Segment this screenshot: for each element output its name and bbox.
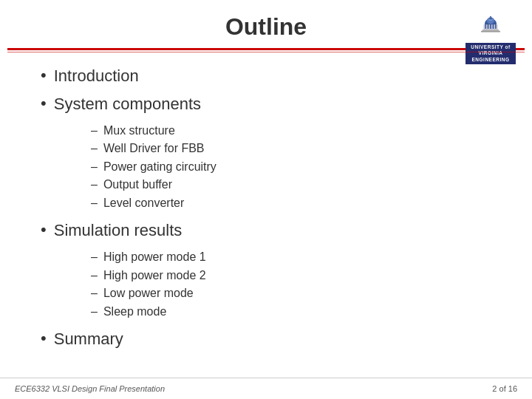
uva-logo [464,7,517,43]
dash-power-gating: – [91,159,98,175]
svg-rect-3 [486,24,488,30]
sub-text-low-power: Low power mode [103,285,194,301]
dash-well-driver: – [91,140,98,157]
bullet-dot-simulation: • [41,220,47,239]
bullet-text-introduction: Introduction [54,66,139,86]
logo-area: UNIVERSITY of VIRGINIA ENGINEERING [464,7,517,64]
bullet-text-system: System components [54,94,201,115]
bullet-summary: • Summary [41,329,491,349]
sub-text-high-power-2: High power mode 2 [103,267,206,284]
sub-text-output-buffer: Output buffer [103,177,172,193]
slide-footer: ECE6332 VLSI Design Final Presentation 2… [0,378,532,399]
svg-rect-12 [489,18,491,20]
uva-university-text: UNIVERSITY of VIRGINIA [470,44,511,57]
system-sub-list: – Mux structure – Well Driver for FBB – … [91,123,491,211]
bullet-introduction: • Introduction [41,66,491,86]
sub-text-level-converter: Level converter [103,195,184,211]
bullet-text-summary: Summary [54,329,123,349]
uva-engineering-text: ENGINEERING [470,57,511,63]
slide-title: Outline [225,13,307,41]
sub-item-power-gating: – Power gating circuitry [91,159,491,175]
svg-rect-4 [488,24,490,30]
svg-rect-2 [483,24,485,30]
svg-rect-13 [490,16,491,18]
uva-text: UNIVERSITY of VIRGINIA ENGINEERING [466,43,516,64]
dash-level-converter: – [91,195,98,211]
divider-thick [7,48,525,50]
svg-rect-11 [481,31,500,33]
svg-rect-6 [494,24,495,30]
sub-text-power-gating: Power gating circuitry [103,159,216,175]
simulation-sub-list: – High power mode 1 – High power mode 2 … [91,249,491,320]
bullet-system-components: • System components [41,94,491,115]
sub-item-low-power: – Low power mode [91,285,491,301]
dash-sleep-mode: – [91,304,98,320]
dash-high-power-1: – [91,249,98,265]
dash-output-buffer: – [91,177,98,193]
footer-page-number: 2 of 16 [492,384,517,393]
sub-item-level-converter: – Level converter [91,195,491,211]
bullet-dot-system: • [41,94,47,113]
footer-course-label: ECE6332 VLSI Design Final Presentation [15,384,165,393]
svg-rect-7 [497,24,498,30]
sub-item-mux: – Mux structure [91,123,491,139]
sub-text-high-power-1: High power mode 1 [103,249,206,265]
sub-item-sleep-mode: – Sleep mode [91,304,491,320]
sub-item-output-buffer: – Output buffer [91,177,491,193]
sub-text-sleep-mode: Sleep mode [103,304,166,320]
sub-text-well-driver: Well Driver for FBB [103,140,205,157]
dash-low-power: – [91,285,98,301]
slide-content: • Introduction • System components – Mux… [0,58,532,399]
sub-item-high-power-2: – High power mode 2 [91,267,491,284]
divider-thin [7,52,525,52]
slide-header: Outline [0,0,532,48]
sub-text-mux: Mux structure [103,123,175,139]
bullet-simulation: • Simulation results [41,220,491,241]
svg-rect-5 [491,24,493,30]
bullet-text-simulation: Simulation results [54,220,183,241]
bullet-dot-summary: • [41,329,47,348]
dash-high-power-2: – [91,267,98,284]
dash-mux: – [91,123,98,139]
svg-rect-10 [482,30,499,31]
sub-item-high-power-1: – High power mode 1 [91,249,491,265]
sub-item-well-driver: – Well Driver for FBB [91,140,491,157]
header-divider [0,48,532,52]
bullet-dot-introduction: • [41,66,47,85]
